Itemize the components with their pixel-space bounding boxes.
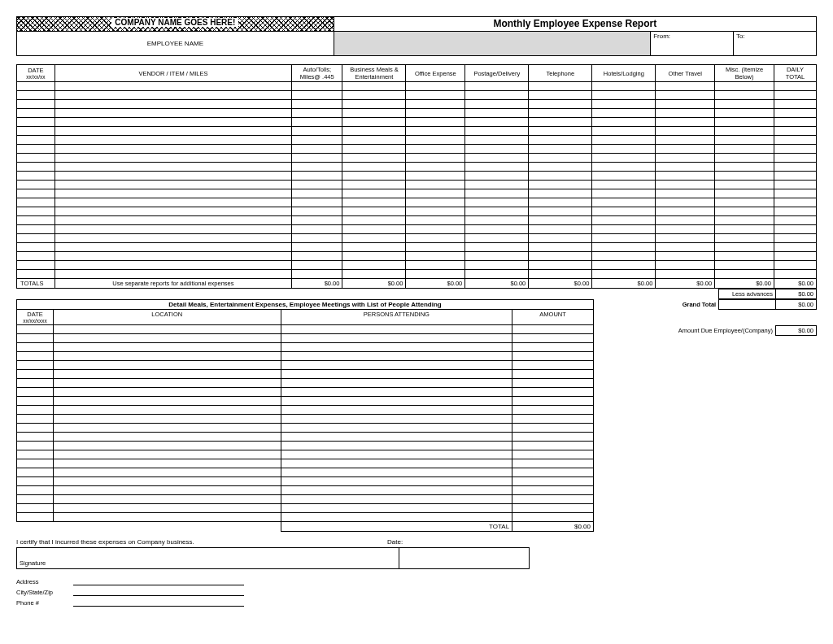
- totals-row: TOTALS Use separate reports for addition…: [17, 279, 817, 289]
- totals-label: TOTALS: [17, 279, 55, 289]
- table-header-row: DATExx/xx/xx VENDOR / ITEM / MILES Auto/…: [17, 65, 817, 82]
- total-post: $0.00: [465, 279, 529, 289]
- table-row[interactable]: [17, 334, 594, 343]
- table-row[interactable]: [17, 343, 594, 352]
- table-row[interactable]: [17, 216, 817, 225]
- table-row[interactable]: [17, 181, 817, 189]
- table-row[interactable]: [17, 234, 817, 243]
- table-row[interactable]: [17, 397, 594, 406]
- col-hotel: Hotels/Lodging: [592, 65, 656, 82]
- col-biz: Business Meals & Entertainment: [342, 65, 406, 82]
- table-row[interactable]: [17, 252, 817, 261]
- to-field[interactable]: To:: [734, 32, 817, 56]
- total-misc: $0.00: [715, 279, 774, 289]
- expense-table: DATExx/xx/xx VENDOR / ITEM / MILES Auto/…: [16, 64, 817, 289]
- amount-due-label: Amount Due Employee/(Company): [594, 326, 776, 336]
- table-row[interactable]: [17, 352, 594, 361]
- table-row[interactable]: [17, 145, 817, 154]
- table-row[interactable]: [17, 163, 817, 172]
- company-name: COMPANY NAME GOES HERE!: [111, 18, 238, 27]
- col-office: Office Expense: [406, 65, 465, 82]
- table-row[interactable]: [17, 325, 594, 334]
- table-row[interactable]: [17, 442, 594, 450]
- col-auto: Auto/Tolls; Miles@ .445: [292, 65, 342, 82]
- table-row[interactable]: [17, 415, 594, 424]
- table-row[interactable]: [17, 513, 594, 522]
- table-row[interactable]: [17, 406, 594, 415]
- table-row[interactable]: [17, 468, 594, 477]
- table-row[interactable]: [17, 154, 817, 163]
- certification-text: I certify that I incurred these expenses…: [16, 538, 194, 546]
- grand-total-label: Grand Total: [594, 300, 719, 310]
- employee-name-label: EMPLOYEE NAME: [17, 32, 334, 56]
- table-row[interactable]: [17, 189, 817, 198]
- employee-name-field[interactable]: [334, 32, 651, 56]
- csz-field[interactable]: [73, 588, 244, 596]
- col-vendor: VENDOR / ITEM / MILES: [55, 65, 291, 82]
- cert-date-label: Date:: [387, 538, 403, 546]
- table-row[interactable]: [17, 361, 594, 370]
- table-row[interactable]: [17, 91, 817, 100]
- table-row[interactable]: [17, 243, 817, 252]
- table-row[interactable]: [17, 388, 594, 397]
- company-name-cell: COMPANY NAME GOES HERE!: [17, 17, 334, 32]
- total-biz: $0.00: [342, 279, 406, 289]
- detail-columns-row: DATExx/xx/xxxx LOCATION PERSONS ATTENDIN…: [17, 310, 594, 325]
- report-title: Monthly Employee Expense Report: [334, 17, 816, 32]
- detail-col-date: DATExx/xx/xxxx: [17, 310, 54, 325]
- use-separate-note: Use separate reports for additional expe…: [55, 279, 291, 289]
- phone-field[interactable]: [73, 598, 244, 607]
- total-auto: $0.00: [292, 279, 342, 289]
- signature-table: Signature: [16, 547, 530, 569]
- table-row[interactable]: [17, 270, 817, 279]
- detail-total-label: TOTAL: [281, 522, 512, 532]
- detail-table: Detail Meals, Entertainment Expenses, Em…: [16, 299, 594, 532]
- table-row[interactable]: [17, 433, 594, 442]
- table-row[interactable]: [17, 450, 594, 459]
- table-row[interactable]: [17, 109, 817, 118]
- from-field[interactable]: From:: [651, 32, 734, 56]
- address-field[interactable]: [73, 577, 244, 585]
- col-total: DAILY TOTAL: [774, 65, 816, 82]
- col-post: Postage/Delivery: [465, 65, 529, 82]
- less-advances-label: Less advances: [719, 289, 776, 299]
- less-advances-value: $0.00: [775, 289, 816, 299]
- total-daily: $0.00: [774, 279, 816, 289]
- detail-total-row: TOTAL $0.00: [17, 522, 594, 532]
- table-row[interactable]: [17, 127, 817, 136]
- signature-date-field[interactable]: [399, 548, 530, 569]
- table-row[interactable]: [17, 225, 817, 234]
- table-row[interactable]: [17, 504, 594, 513]
- col-misc: Misc. (Itemize Below): [715, 65, 774, 82]
- total-travel: $0.00: [656, 279, 715, 289]
- table-row[interactable]: [17, 477, 594, 486]
- phone-label: Phone #: [16, 599, 73, 607]
- table-row[interactable]: [17, 198, 817, 207]
- table-row[interactable]: [17, 424, 594, 433]
- table-row[interactable]: [17, 82, 817, 91]
- table-row[interactable]: [17, 118, 817, 127]
- col-travel: Other Travel: [656, 65, 715, 82]
- col-tel: Telephone: [529, 65, 592, 82]
- header-table: COMPANY NAME GOES HERE! Monthly Employee…: [16, 16, 817, 56]
- grand-total-value: $0.00: [776, 300, 817, 310]
- detail-col-persons: PERSONS ATTENDING: [281, 310, 512, 325]
- table-row[interactable]: [17, 495, 594, 504]
- table-row[interactable]: [17, 172, 817, 181]
- table-row[interactable]: [17, 207, 817, 216]
- table-row[interactable]: [17, 261, 817, 270]
- table-row[interactable]: [17, 459, 594, 468]
- address-label: Address: [16, 578, 73, 585]
- total-hotel: $0.00: [592, 279, 656, 289]
- table-row[interactable]: [17, 136, 817, 145]
- table-row[interactable]: [17, 379, 594, 388]
- table-row[interactable]: [17, 370, 594, 379]
- detail-total-value: $0.00: [512, 522, 594, 532]
- total-office: $0.00: [406, 279, 465, 289]
- signature-field[interactable]: Signature: [17, 548, 399, 569]
- table-row[interactable]: [17, 486, 594, 495]
- table-row[interactable]: [17, 100, 817, 109]
- csz-label: City/State/Zip: [16, 589, 73, 596]
- col-date: DATExx/xx/xx: [17, 65, 55, 82]
- less-advances-row: Less advances $0.00: [16, 289, 817, 299]
